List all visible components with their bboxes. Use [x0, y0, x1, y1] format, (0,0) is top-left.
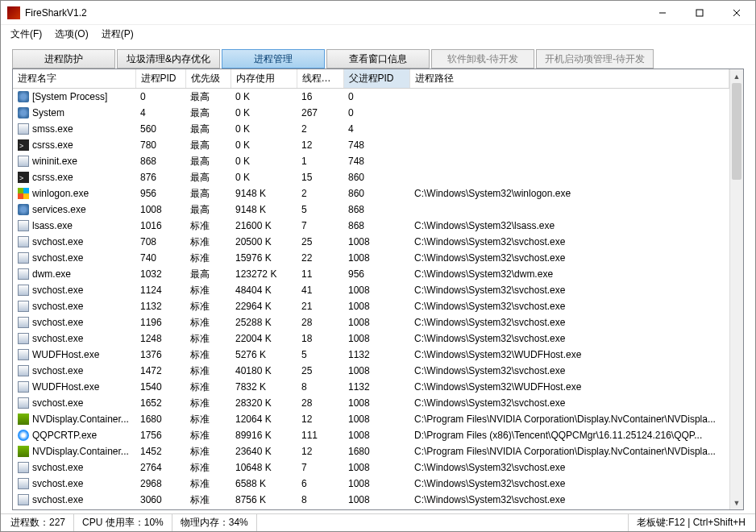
minimize-button[interactable] — [644, 1, 681, 25]
tab-3[interactable]: 查看窗口信息 — [326, 49, 430, 69]
tab-2[interactable]: 进程管理 — [222, 49, 325, 69]
process-threads: 22 — [297, 250, 343, 266]
table-row[interactable]: spoolsv.exe2204标准11416 K91008C:\Windows\… — [13, 508, 729, 509]
process-icon — [18, 91, 29, 102]
process-path: C:\Windows\System32\svchost.exe — [409, 250, 729, 266]
maximize-button[interactable] — [681, 1, 718, 25]
process-priority: 标准 — [185, 459, 231, 476]
process-threads: 2 — [297, 185, 343, 202]
process-memory: 12064 K — [231, 411, 297, 427]
table-row[interactable]: dwm.exe1032最高123272 K11956C:\Windows\Sys… — [13, 266, 729, 282]
process-memory: 6588 K — [231, 476, 297, 492]
col-header-ppid[interactable]: 父进程PID — [343, 69, 409, 89]
table-row[interactable]: smss.exe560最高0 K24 — [13, 121, 729, 137]
process-memory: 20500 K — [231, 234, 297, 250]
process-priority: 标准 — [185, 443, 231, 459]
table-row[interactable]: wininit.exe868最高0 K1748 — [13, 153, 729, 169]
table-row[interactable]: svchost.exe2764标准10648 K71008C:\Windows\… — [13, 459, 729, 476]
table-row[interactable]: svchost.exe708标准20500 K251008C:\Windows\… — [13, 234, 729, 250]
process-name: svchost.exe — [32, 331, 83, 346]
table-row[interactable]: svchost.exe1652标准28320 K281008C:\Windows… — [13, 395, 729, 411]
process-path — [409, 153, 729, 169]
scroll-thumb[interactable] — [732, 83, 741, 180]
table-row[interactable]: lsass.exe1016标准21600 K7868C:\Windows\Sys… — [13, 218, 729, 234]
process-memory: 40180 K — [231, 363, 297, 379]
col-header-path[interactable]: 进程路径 — [409, 69, 729, 89]
table-row[interactable]: [System Process]0最高0 K160 — [13, 89, 729, 106]
col-header-pid[interactable]: 进程PID — [135, 69, 185, 89]
close-button[interactable] — [718, 1, 755, 25]
tab-1[interactable]: 垃圾清理&内存优化 — [117, 49, 220, 69]
process-threads: 2 — [297, 121, 343, 137]
process-ppid: 868 — [343, 202, 409, 218]
table-row[interactable]: WUDFHost.exe1376标准5276 K51132C:\Windows\… — [13, 347, 729, 363]
process-icon — [18, 333, 29, 344]
table-row[interactable]: svchost.exe3060标准8756 K81008C:\Windows\S… — [13, 492, 729, 508]
process-threads: 267 — [297, 105, 343, 121]
scroll-up-button[interactable]: ▲ — [730, 69, 743, 83]
process-ppid: 748 — [343, 137, 409, 153]
process-ppid: 748 — [343, 153, 409, 169]
process-icon — [18, 381, 29, 393]
process-name: smss.exe — [32, 122, 73, 136]
tab-0[interactable]: 进程防护 — [12, 49, 115, 69]
process-pid: 1124 — [135, 282, 185, 298]
process-priority: 标准 — [185, 411, 231, 427]
table-row[interactable]: svchost.exe740标准15976 K221008C:\Windows\… — [13, 250, 729, 266]
process-pid: 3060 — [135, 492, 185, 508]
table-row[interactable]: winlogon.exe956最高9148 K2860C:\Windows\Sy… — [13, 185, 729, 202]
table-row[interactable]: svchost.exe1196标准25288 K281008C:\Windows… — [13, 314, 729, 330]
process-pid: 1376 — [135, 347, 185, 363]
process-path: C:\Windows\System32\svchost.exe — [409, 282, 729, 298]
process-memory: 9148 K — [231, 202, 297, 218]
process-name: lsass.exe — [32, 218, 73, 233]
menu-options[interactable]: 选项(O) — [50, 26, 93, 43]
process-ppid: 1008 — [343, 250, 409, 266]
table-row[interactable]: QQPCRTP.exe1756标准89916 K1111008D:\Progra… — [13, 427, 729, 443]
process-memory: 10648 K — [231, 459, 297, 476]
table-row[interactable]: svchost.exe1132标准22964 K211008C:\Windows… — [13, 298, 729, 314]
menu-bar: 文件(F) 选项(O) 进程(P) — [1, 25, 755, 43]
col-header-thr[interactable]: 线程数量 — [297, 69, 343, 89]
table-row[interactable]: NVDisplay.Container...1452标准23640 K12168… — [13, 443, 729, 459]
process-icon — [18, 139, 29, 151]
process-priority: 最高 — [185, 89, 231, 106]
process-threads: 12 — [297, 443, 343, 459]
table-row[interactable]: services.exe1008最高9148 K5868 — [13, 202, 729, 218]
process-name: svchost.exe — [32, 251, 83, 265]
vertical-scrollbar[interactable]: ▲ ▼ — [729, 69, 743, 509]
table-row[interactable]: svchost.exe1472标准40180 K251008C:\Windows… — [13, 363, 729, 379]
table-row[interactable]: csrss.exe876最高0 K15860 — [13, 169, 729, 185]
process-path: C:\Windows\System32\svchost.exe — [409, 395, 729, 411]
table-row[interactable]: svchost.exe1248标准22004 K181008C:\Windows… — [13, 330, 729, 347]
table-row[interactable]: System4最高0 K2670 — [13, 105, 729, 121]
col-header-pri[interactable]: 优先级 — [185, 69, 231, 89]
col-header-name[interactable]: 进程名字 — [13, 69, 135, 89]
process-ppid: 0 — [343, 105, 409, 121]
process-icon — [18, 349, 29, 360]
process-ppid: 1132 — [343, 379, 409, 395]
table-row[interactable]: svchost.exe1124标准48404 K411008C:\Windows… — [13, 282, 729, 298]
process-icon — [18, 414, 29, 425]
process-priority: 最高 — [185, 266, 231, 282]
process-icon — [18, 317, 29, 328]
process-path — [409, 89, 729, 106]
col-header-mem[interactable]: 内存使用 — [231, 69, 297, 89]
table-row[interactable]: csrss.exe780最高0 K12748 — [13, 137, 729, 153]
scroll-down-button[interactable]: ▼ — [730, 496, 743, 509]
table-row[interactable]: NVDisplay.Container...1680标准12064 K12100… — [13, 411, 729, 427]
table-row[interactable]: WUDFHost.exe1540标准7832 K81132C:\Windows\… — [13, 379, 729, 395]
process-icon — [18, 172, 29, 183]
status-hotkey: 老板键:F12 | Ctrl+Shift+H — [629, 514, 754, 531]
table-row[interactable]: svchost.exe2968标准6588 K61008C:\Windows\S… — [13, 476, 729, 492]
process-pid: 780 — [135, 137, 185, 153]
menu-file[interactable]: 文件(F) — [6, 26, 47, 43]
process-pid: 1756 — [135, 427, 185, 443]
process-icon — [18, 107, 29, 118]
process-name: csrss.exe — [32, 170, 73, 185]
process-table-body: [System Process]0最高0 K160System4最高0 K267… — [13, 89, 729, 510]
menu-process[interactable]: 进程(P) — [97, 26, 139, 43]
close-icon — [733, 9, 741, 17]
status-bar: 进程数：227 CPU 使用率：10% 物理内存：34% 老板键:F12 | C… — [1, 513, 755, 531]
process-grid: 进程名字 进程PID 优先级 内存使用 线程数量 父进程PID 进程路径 [Sy… — [12, 69, 744, 510]
